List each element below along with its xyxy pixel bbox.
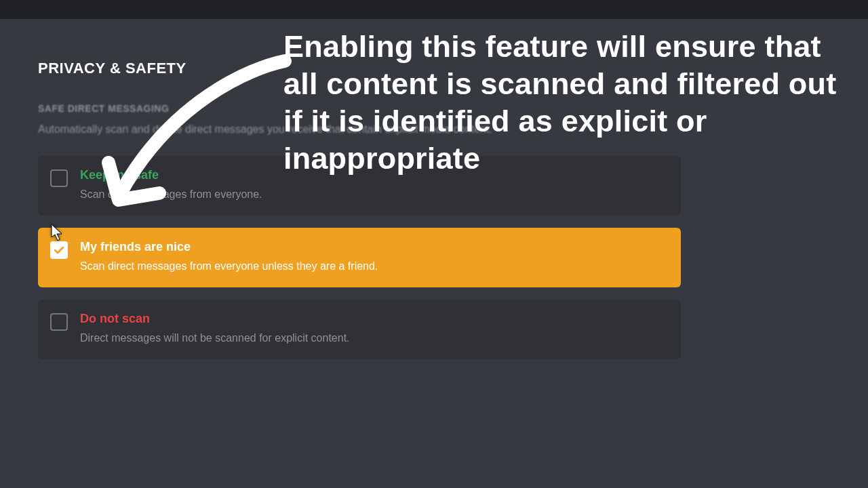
option-desc: Scan direct messages from everyone unles…: [80, 260, 667, 274]
safe-dm-options: Keep me safe Scan direct messages from e…: [38, 156, 681, 359]
option-title: My friends are nice: [80, 240, 667, 254]
annotation-text: Enabling this feature will ensure that a…: [283, 28, 846, 178]
option-desc: Scan direct messages from everyone.: [80, 188, 667, 202]
option-do-not-scan[interactable]: Do not scan Direct messages will not be …: [38, 300, 681, 359]
option-desc: Direct messages will not be scanned for …: [80, 331, 667, 346]
option-title: Do not scan: [80, 312, 667, 326]
radio-do-not-scan[interactable]: [50, 313, 68, 331]
option-my-friends-are-nice[interactable]: My friends are nice Scan direct messages…: [38, 228, 681, 287]
window-titlebar: [0, 0, 868, 19]
cursor-icon: [50, 224, 65, 243]
radio-my-friends-are-nice[interactable]: [50, 241, 68, 259]
check-icon: [54, 247, 64, 253]
radio-keep-me-safe[interactable]: [50, 169, 68, 187]
